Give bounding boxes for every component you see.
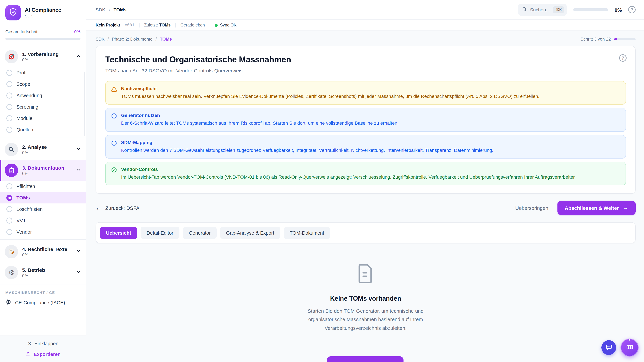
tab-detail-editor[interactable]: Detail-Editor <box>140 227 180 239</box>
page-breadcrumb: SDK / Phase 2: Dokumente / TOMs <box>96 36 172 41</box>
search-input[interactable]: Suchen... ⌘K <box>518 4 567 16</box>
help-icon[interactable]: ? <box>628 6 636 13</box>
sidebar-item-pflichten[interactable]: Pflichten <box>0 181 86 192</box>
sidebar-item-scope[interactable]: Scope <box>0 78 86 90</box>
skip-button[interactable]: Ueberspringen <box>515 205 548 211</box>
sidebar-item-anwendung[interactable]: Anwendung <box>0 90 86 101</box>
overall-progress: Gesamtfortschritt 0% <box>0 25 86 45</box>
alert-title: SDM-Mapping <box>121 140 493 145</box>
breadcrumb-root[interactable]: SDK <box>96 7 105 12</box>
sidebar-header: AI Compliance SDK <box>0 0 86 25</box>
floating-buttons <box>602 339 639 357</box>
last-saved-time: Gerade eben <box>180 23 205 27</box>
sidebar-item-ce-compliance[interactable]: CE-Compliance (IACE) <box>0 296 86 310</box>
target-icon <box>5 50 18 63</box>
section-title: 4. Rechtliche Texte <box>22 246 72 252</box>
sidebar-item-label: Module <box>16 116 32 121</box>
info-icon <box>111 140 117 153</box>
upload-icon <box>25 351 30 357</box>
sidebar-item-screening[interactable]: Screening <box>0 101 86 113</box>
alert-title: Nachweispflicht <box>121 86 539 91</box>
radio-icon <box>6 115 12 121</box>
back-label: Zurueck: DSFA <box>105 205 139 211</box>
overall-progress-value: 0% <box>74 29 80 34</box>
sidebar-item-vendor[interactable]: Vendor <box>0 226 86 238</box>
tab-gap-analyse-export[interactable]: Gap-Analyse & Export <box>220 227 280 239</box>
sidebar-item-label: Anwendung <box>16 93 42 98</box>
sidebar-section-betrieb[interactable]: ⚙ 5. Betrieb 0% <box>0 262 86 283</box>
chevron-up-icon <box>76 167 81 174</box>
sidebar-item-loeschfristen[interactable]: Löschfristen <box>0 203 86 215</box>
section-percent: 0% <box>22 273 72 278</box>
keyboard-shortcut-badge: ⌘K <box>553 6 564 13</box>
sidebar-item-label: Scope <box>16 81 30 87</box>
alert-sdm-mapping: SDM-Mapping Kontrollen werden den 7 SDM-… <box>105 135 626 159</box>
complete-continue-button[interactable]: Abschliessen & Weiter → <box>557 201 636 215</box>
content-area: SDK / Phase 2: Dokumente / TOMs Schritt … <box>86 31 644 362</box>
check-circle-icon <box>111 167 117 180</box>
sidebar-section-vorbereitung[interactable]: 1. Vorbereitung 0% <box>0 46 86 67</box>
alert-text: Im Uebersicht-Tab werden Vendor-TOM-Cont… <box>121 174 576 180</box>
help-icon[interactable]: ? <box>619 54 626 62</box>
step-indicator: Schritt 3 von 22 <box>580 36 636 41</box>
board-columns-button[interactable] <box>620 339 639 357</box>
clipboard-icon <box>5 164 18 177</box>
slash-separator: / <box>156 36 157 41</box>
shield-check-icon <box>9 8 18 18</box>
divider <box>0 137 86 137</box>
export-button[interactable]: Exportieren <box>0 351 86 357</box>
double-chevron-left-icon: « <box>28 340 31 346</box>
sidebar-section-rechtliche-texte[interactable]: 4. Rechtliche Texte 0% <box>0 241 86 262</box>
top-bar: SDK › TOMs Suchen... ⌘K 0% ? <box>86 0 644 20</box>
warning-icon <box>111 86 117 100</box>
sidebar-item-label: Vendor <box>16 229 32 235</box>
tab-generator[interactable]: Generator <box>183 227 217 239</box>
alert-title: Generator nutzen <box>121 113 399 118</box>
chevron-up-icon <box>76 53 81 60</box>
section-title: 2. Analyse <box>22 144 72 150</box>
sidebar-item-label: Löschfristen <box>16 206 42 212</box>
gear-icon: ⚙ <box>5 266 18 279</box>
tab-tom-dokument[interactable]: TOM-Dokument <box>284 227 330 239</box>
sidebar-item-label: TOMs <box>16 195 30 200</box>
page-header-card: Technische und Organisatorische Massnahm… <box>96 46 636 194</box>
app-title: AI Compliance <box>25 7 61 13</box>
sidebar-section-analyse[interactable]: 2. Analyse 0% <box>0 139 86 160</box>
cpu-icon <box>5 299 12 306</box>
radio-icon <box>6 81 12 87</box>
section-title: 5. Betrieb <box>22 267 72 273</box>
app-root: AI Compliance SDK Gesamtfortschritt 0% 1… <box>0 0 644 362</box>
breadcrumb-part[interactable]: Phase 2: Dokumente <box>112 36 152 41</box>
overall-progress-bar <box>5 38 80 40</box>
search-placeholder: Suchen... <box>530 7 550 12</box>
info-icon <box>111 113 117 127</box>
chevron-down-icon <box>76 146 81 153</box>
sidebar-item-label: Quellen <box>16 127 33 132</box>
collapse-label: Einklappen <box>34 341 58 346</box>
tab-uebersicht[interactable]: Uebersicht <box>100 227 137 239</box>
breadcrumb-part[interactable]: SDK <box>96 36 104 41</box>
sidebar-item-profil[interactable]: Profil <box>0 67 86 78</box>
machine-section-label: MASCHINENRECHT / CE <box>0 287 86 296</box>
arrow-right-icon: → <box>622 204 628 211</box>
divider <box>0 285 86 285</box>
sidebar-nav: 1. Vorbereitung 0% Profil Scope Anwendun… <box>0 45 86 336</box>
app-subtitle: SDK <box>25 14 61 18</box>
collapse-sidebar-button[interactable]: « Einklappen <box>0 340 86 347</box>
header-progress-bar <box>574 8 608 11</box>
alert-nachweispflicht: Nachweispflicht TOMs muessen nachweisbar… <box>105 81 626 105</box>
chevron-right-icon: › <box>109 7 110 12</box>
start-generator-button[interactable] <box>327 356 403 362</box>
sidebar-item-toms[interactable]: TOMs <box>0 192 86 203</box>
divider <box>0 239 86 240</box>
sidebar-section-dokumentation[interactable]: 3. Dokumentation 0% <box>0 160 86 181</box>
sidebar-item-quellen[interactable]: Quellen <box>0 124 86 135</box>
step-label: Schritt 3 von 22 <box>580 36 611 41</box>
sidebar-item-module[interactable]: Module <box>0 113 86 124</box>
section-percent: 0% <box>22 171 72 176</box>
tab-bar: Uebersicht Detail-Editor Generator Gap-A… <box>96 222 636 243</box>
chat-button[interactable] <box>602 340 616 355</box>
sidebar-item-vvt[interactable]: VVT <box>0 215 86 226</box>
back-button[interactable]: ← Zurueck: DSFA <box>96 204 139 211</box>
sidebar-scrollbar[interactable] <box>84 72 85 136</box>
